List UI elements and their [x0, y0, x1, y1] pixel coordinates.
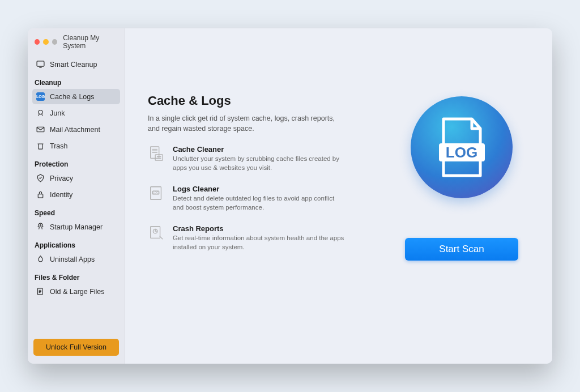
sidebar-item-label: Startup Manager — [50, 223, 103, 231]
svg-point-2 — [39, 110, 42, 114]
junk-icon — [36, 108, 45, 118]
section-header-protection: Protection — [35, 160, 120, 168]
minimize-window-button[interactable] — [43, 39, 48, 45]
rocket-icon — [36, 222, 45, 232]
start-scan-button[interactable]: Start Scan — [405, 238, 518, 261]
sidebar-item-privacy[interactable]: Privacy — [32, 171, 120, 186]
page-description: In a single click get rid of system cach… — [148, 114, 335, 134]
svg-rect-20 — [151, 227, 160, 238]
mail-icon — [36, 125, 45, 134]
section-header-applications: Applications — [35, 241, 120, 249]
sidebar-item-uninstall-apps[interactable]: Uninstall Apps — [32, 252, 120, 267]
crash-reports-icon — [148, 224, 165, 241]
svg-text:LOG: LOG — [445, 144, 477, 161]
svg-text:LOG: LOG — [153, 191, 159, 194]
log-file-icon: LOG — [435, 116, 489, 178]
feature-title: Cache Cleaner — [173, 145, 346, 154]
unlock-full-version-button[interactable]: Unlock Full Version — [33, 339, 119, 356]
sidebar-item-trash[interactable]: Trash — [32, 138, 120, 154]
content-left: Cache & Logs In a single click get rid o… — [148, 45, 388, 347]
cache-cleaner-icon — [148, 145, 165, 162]
svg-rect-3 — [37, 127, 44, 132]
maximize-window-button[interactable] — [52, 39, 57, 45]
sidebar-item-label: Cache & Logs — [50, 93, 95, 101]
main-content: Cache & Logs In a single click get rid o… — [125, 28, 552, 364]
sidebar-item-junk[interactable]: Junk — [32, 105, 120, 121]
section-header-cleanup: Cleanup — [35, 79, 120, 87]
monitor-icon — [36, 59, 45, 69]
app-window: Cleanup My System Smart Cleanup Cleanup … — [28, 28, 552, 364]
sidebar-item-label: Identity — [50, 191, 72, 199]
sidebar-item-label: Old & Large Files — [50, 288, 105, 296]
feature-desc: Detect and delete outdated log files to … — [173, 194, 346, 212]
hero-illustration: LOG — [411, 96, 513, 198]
page-title: Cache & Logs — [148, 93, 388, 108]
svg-point-5 — [40, 225, 41, 226]
sidebar-item-smart-cleanup[interactable]: Smart Cleanup — [32, 57, 120, 72]
sidebar-item-cache-logs[interactable]: LOG Cache & Logs — [32, 89, 120, 104]
trash-icon — [36, 141, 45, 151]
window-title: Cleanup My System — [63, 34, 120, 50]
sidebar-item-label: Junk — [50, 109, 65, 117]
section-header-speed: Speed — [35, 209, 120, 217]
content-right: LOG Start Scan — [388, 45, 535, 347]
sidebar-item-mail-attachment[interactable]: Mail Attachment — [32, 122, 120, 137]
sidebar-item-label: Mail Attachment — [50, 126, 100, 134]
feature-title: Crash Reports — [173, 224, 346, 233]
sidebar-item-old-large-files[interactable]: Old & Large Files — [32, 284, 120, 299]
log-badge-icon: LOG — [36, 92, 45, 101]
shield-icon — [36, 173, 45, 183]
sidebar-item-label: Privacy — [50, 174, 73, 182]
files-icon — [36, 287, 45, 296]
svg-rect-4 — [38, 194, 43, 198]
sidebar-item-label: Smart Cleanup — [50, 61, 97, 69]
feature-title: Logs Cleaner — [173, 185, 346, 193]
logs-cleaner-icon: LOG — [148, 185, 165, 202]
sidebar-item-label: Uninstall Apps — [50, 255, 95, 263]
close-window-button[interactable] — [35, 39, 40, 45]
sidebar-item-startup-manager[interactable]: Startup Manager — [32, 219, 120, 235]
feature-cache-cleaner: Cache Cleaner Unclutter your system by s… — [148, 145, 346, 172]
lock-icon — [36, 190, 45, 199]
section-header-files-folder: Files & Folder — [35, 274, 120, 282]
traffic-lights: Cleanup My System — [32, 34, 120, 50]
feature-crash-reports: Crash Reports Get real-time information … — [148, 224, 346, 252]
feature-desc: Unclutter your system by scrubbing cache… — [173, 155, 346, 172]
apps-icon — [36, 254, 45, 264]
sidebar: Cleanup My System Smart Cleanup Cleanup … — [28, 28, 125, 364]
svg-rect-0 — [37, 61, 44, 66]
feature-logs-cleaner: LOG Logs Cleaner Detect and delete outda… — [148, 185, 346, 212]
sidebar-item-label: Trash — [50, 142, 68, 150]
feature-desc: Get real-time information about system h… — [173, 234, 346, 252]
sidebar-item-identity[interactable]: Identity — [32, 187, 120, 202]
